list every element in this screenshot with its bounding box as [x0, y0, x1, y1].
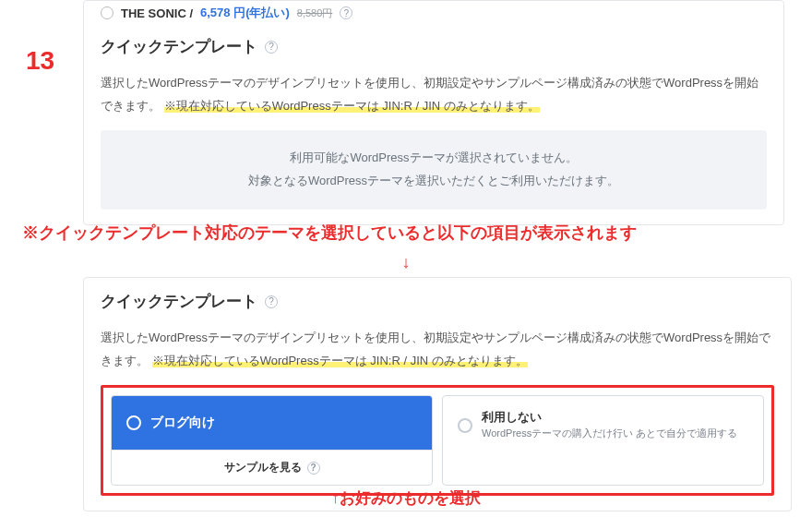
section-title-row: クイックテンプレート ? — [101, 36, 767, 57]
section-title-row: クイックテンプレート ? — [101, 291, 774, 312]
theme-option-sonic[interactable]: THE SONIC / 6,578 円(年払い) 8,580円 ? — [101, 5, 767, 21]
section-description: 選択したWordPressテーマのデザインプリセットを使用し、初期設定やサンプル… — [101, 327, 774, 372]
help-icon[interactable]: ? — [265, 41, 278, 54]
step-number: 13 — [26, 46, 54, 76]
theme-old-price: 8,580円 — [297, 6, 333, 20]
sample-link-label: サンプルを見る — [224, 460, 302, 475]
desc-highlight: ※現在対応しているWordPressテーマは JIN:R / JIN のみとなり… — [164, 99, 540, 113]
option-card-blog[interactable]: ブログ向け サンプルを見る ? — [111, 395, 433, 486]
info-line: 利用可能なWordPressテーマが選択されていません。 — [119, 147, 748, 170]
section-description: 選択したWordPressテーマのデザインプリセットを使用し、初期設定やサンプル… — [101, 72, 767, 117]
sample-link[interactable]: サンプルを見る ? — [112, 450, 432, 485]
template-options-highlight-box: ブログ向け サンプルを見る ? 利用しない WordPressテーマの購入だけ行… — [101, 385, 774, 496]
panel-quick-template-available: クイックテンプレート ? 選択したWordPressテーマのデザインプリセットを… — [83, 277, 792, 511]
option-subtitle: WordPressテーマの購入だけ行い あとで自分で適用する — [482, 426, 737, 441]
option-card-none[interactable]: 利用しない WordPressテーマの購入だけ行い あとで自分で適用する — [442, 395, 764, 486]
radio-selected-icon — [126, 415, 141, 430]
down-arrow-icon: ↓ — [0, 253, 812, 272]
help-icon: ? — [307, 462, 320, 475]
radio-icon — [101, 6, 113, 19]
panel-quick-template-unavailable: THE SONIC / 6,578 円(年払い) 8,580円 ? クイックテン… — [83, 0, 784, 225]
annotation-select: ↑お好みのものを選択 — [0, 487, 812, 509]
option-title: 利用しない — [482, 409, 737, 426]
desc-highlight: ※現在対応しているWordPressテーマは JIN:R / JIN のみとなり… — [152, 354, 528, 367]
help-icon[interactable]: ? — [340, 6, 352, 19]
radio-unselected-icon — [458, 418, 472, 433]
section-title: クイックテンプレート — [101, 291, 257, 312]
theme-name: THE SONIC / — [121, 6, 193, 20]
option-title: ブログ向け — [150, 415, 215, 431]
section-title: クイックテンプレート — [101, 36, 257, 57]
help-icon[interactable]: ? — [265, 295, 278, 308]
annotation-main: ※クイックテンプレート対応のテーマを選択していると以下の項目が表示されます — [22, 222, 794, 244]
info-box-unavailable: 利用可能なWordPressテーマが選択されていません。 対象となるWordPr… — [101, 130, 767, 209]
theme-price: 6,578 円(年払い) — [200, 5, 290, 21]
info-line: 対象となるWordPressテーマを選択いただくとご利用いただけます。 — [119, 170, 748, 193]
